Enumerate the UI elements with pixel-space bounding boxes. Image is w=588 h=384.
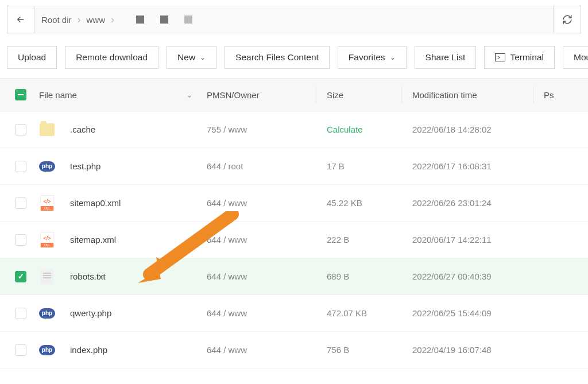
table-header: File name ⌄ PMSN/Owner Size Modification… <box>0 78 588 111</box>
mounted-button[interactable]: Mounted <box>563 46 588 69</box>
xml-icon <box>40 232 54 248</box>
column-pmsn[interactable]: PMSN/Owner <box>207 90 316 100</box>
column-separator <box>401 87 402 103</box>
column-mtime-label: Modification time <box>412 90 477 100</box>
file-mtime: 2022/06/25 15:44:09 <box>412 308 492 318</box>
file-size: 222 B <box>327 235 349 245</box>
xml-icon <box>40 195 54 211</box>
file-size: 17 B <box>327 161 345 171</box>
new-label: New <box>177 52 195 63</box>
back-button[interactable] <box>7 6 34 33</box>
file-name[interactable]: sitemap0.xml <box>70 198 121 208</box>
terminal-icon: >_ <box>495 53 505 61</box>
file-mtime: 2022/06/26 23:01:24 <box>412 198 492 208</box>
column-size-label: Size <box>327 90 343 100</box>
row-checkbox[interactable] <box>15 197 26 209</box>
share-label: Share List <box>425 52 466 63</box>
refresh-icon <box>562 14 572 25</box>
search-files-button[interactable]: Search Files Content <box>225 46 330 69</box>
arrow-left-icon <box>16 14 26 25</box>
txt-icon <box>41 269 53 284</box>
file-name[interactable]: robots.txt <box>70 271 106 281</box>
refresh-button[interactable] <box>554 6 581 33</box>
php-icon: php <box>39 308 55 319</box>
file-size: 472.07 KB <box>327 308 367 318</box>
file-mtime: 2022/04/19 16:07:48 <box>412 345 492 355</box>
breadcrumb-root[interactable]: Root dir <box>41 15 72 25</box>
file-size: 45.22 KB <box>327 198 362 208</box>
file-pmsn: 644 / www <box>207 235 247 245</box>
file-size[interactable]: Calculate <box>327 125 363 134</box>
file-pmsn: 644 / www <box>207 271 247 281</box>
file-mtime: 2020/06/17 14:22:11 <box>412 235 492 245</box>
remote-download-label: Remote download <box>76 52 148 63</box>
search-label: Search Files Content <box>235 52 319 63</box>
file-mtime: 2022/06/18 14:28:02 <box>412 125 492 134</box>
row-checkbox[interactable] <box>15 234 26 246</box>
stub-icon <box>184 15 192 24</box>
upload-button[interactable]: Upload <box>7 46 57 69</box>
column-size[interactable]: Size <box>327 90 401 100</box>
file-size: 689 B <box>327 271 349 281</box>
column-separator <box>533 87 533 103</box>
select-all-checkbox[interactable] <box>15 89 26 100</box>
file-name[interactable]: qwerty.php <box>70 308 111 318</box>
file-pmsn: 644 / root <box>207 161 243 171</box>
share-list-button[interactable]: Share List <box>415 46 477 69</box>
row-checkbox[interactable] <box>15 161 26 172</box>
upload-label: Upload <box>18 52 46 63</box>
column-separator <box>316 87 316 103</box>
table-row[interactable]: phpindex.php644 / www756 B2022/04/19 16:… <box>0 332 588 369</box>
file-size: 756 B <box>327 345 349 355</box>
chevron-down-icon: ⌄ <box>200 53 206 61</box>
file-list: .cache755 / wwwCalculate2022/06/18 14:28… <box>0 111 588 369</box>
file-name[interactable]: sitemap.xml <box>70 235 116 245</box>
file-pmsn: 644 / www <box>207 308 247 318</box>
table-row[interactable]: .cache755 / wwwCalculate2022/06/18 14:28… <box>0 111 588 148</box>
table-row[interactable]: robots.txt644 / www689 B2022/06/27 00:40… <box>0 258 588 295</box>
file-name[interactable]: test.php <box>70 161 100 171</box>
stub-icon <box>136 15 144 24</box>
php-icon: php <box>39 345 55 355</box>
table-row[interactable]: phptest.php644 / root17 B2022/06/17 16:0… <box>0 148 588 185</box>
php-icon: php <box>39 161 55 172</box>
remote-download-button[interactable]: Remote download <box>65 46 158 69</box>
file-mtime: 2022/06/17 16:08:31 <box>412 161 492 171</box>
chevron-right-icon: › <box>78 14 81 26</box>
file-name[interactable]: index.php <box>70 345 107 355</box>
column-mtime[interactable]: Modification time <box>412 90 533 100</box>
breadcrumb[interactable]: Root dir › www › <box>34 6 554 33</box>
mounted-label: Mounted <box>574 52 588 63</box>
row-checkbox[interactable] <box>15 344 26 356</box>
toolbar: Upload Remote download New⌄ Search Files… <box>0 33 588 78</box>
table-row[interactable]: sitemap0.xml644 / www45.22 KB2022/06/26 … <box>0 185 588 222</box>
file-name[interactable]: .cache <box>70 125 95 134</box>
column-file-name[interactable]: File name ⌄ <box>34 90 207 100</box>
breadcrumb-www[interactable]: www <box>87 15 106 25</box>
column-ps-label: Ps <box>544 90 554 100</box>
column-ps[interactable]: Ps <box>544 90 588 100</box>
favorites-label: Favorites <box>349 52 385 63</box>
row-checkbox[interactable] <box>15 308 26 319</box>
column-pmsn-label: PMSN/Owner <box>207 90 260 100</box>
chevron-down-icon: ⌄ <box>186 90 193 99</box>
chevron-right-icon: › <box>111 14 114 26</box>
new-button[interactable]: New⌄ <box>167 46 216 69</box>
table-row[interactable]: phpqwerty.php644 / www472.07 KB2022/06/2… <box>0 295 588 332</box>
column-name-label: File name <box>39 90 77 100</box>
path-stubs <box>136 15 192 24</box>
folder-icon <box>40 123 55 136</box>
terminal-button[interactable]: >_Terminal <box>484 46 555 69</box>
table-row[interactable]: sitemap.xml644 / www222 B2020/06/17 14:2… <box>0 222 588 258</box>
favorites-button[interactable]: Favorites⌄ <box>338 46 407 69</box>
file-pmsn: 644 / www <box>207 345 247 355</box>
row-checkbox[interactable] <box>15 271 26 282</box>
file-pmsn: 644 / www <box>207 198 247 208</box>
file-pmsn: 755 / www <box>207 125 247 134</box>
row-checkbox[interactable] <box>15 124 26 135</box>
stub-icon <box>160 15 168 24</box>
terminal-label: Terminal <box>510 52 544 63</box>
file-mtime: 2022/06/27 00:40:39 <box>412 271 492 281</box>
chevron-down-icon: ⌄ <box>390 53 396 61</box>
